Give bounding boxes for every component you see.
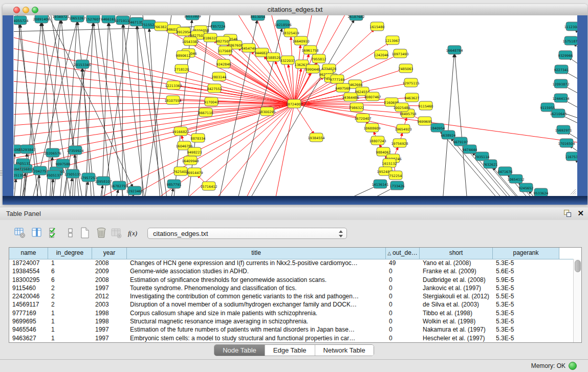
graph-node[interactable]: 3175685: [218, 46, 233, 55]
table-settings-icon[interactable]: [14, 226, 26, 239]
table-cell[interactable]: Corpus callosum shape and size in male p…: [127, 309, 386, 317]
graph-node[interactable]: 7485063: [399, 64, 413, 73]
table-cell[interactable]: 18724007: [9, 259, 48, 267]
graph-node[interactable]: 6679197: [453, 137, 468, 146]
graph-node[interactable]: 12923468: [126, 186, 143, 195]
memory-status-indicator[interactable]: [569, 362, 577, 370]
graph-node[interactable]: 1213967: [385, 36, 400, 45]
table-selector-dropdown[interactable]: citations_edges.txt: [147, 228, 347, 239]
graph-node[interactable]: 8322037: [280, 56, 295, 64]
tab-network-table[interactable]: Network Table: [315, 345, 374, 356]
graph-node[interactable]: 9245652: [519, 183, 534, 192]
graph-node[interactable]: 10543382: [182, 37, 199, 46]
graph-node[interactable]: 9533624: [534, 188, 549, 196]
graph-node[interactable]: 10654112: [507, 174, 524, 183]
graph-edge[interactable]: [14, 58, 294, 104]
graph-node[interactable]: 16409948: [182, 156, 199, 165]
graph-node[interactable]: 8990448: [306, 64, 320, 73]
table-cell[interactable]: 49: [386, 259, 420, 267]
graph-node[interactable]: 6466161: [101, 15, 116, 23]
graph-node[interactable]: 7632621: [483, 160, 498, 168]
table-cell[interactable]: 1998: [92, 317, 127, 325]
table-cell[interactable]: 9463627: [9, 334, 48, 342]
graph-node[interactable]: 18724007: [286, 99, 302, 108]
table-cell[interactable]: 1: [48, 259, 92, 267]
table-cell[interactable]: 0: [386, 309, 420, 317]
graph-node[interactable]: 14136141: [372, 180, 388, 188]
table-cell[interactable]: 0: [386, 317, 420, 325]
graph-node[interactable]: 752254: [389, 171, 402, 180]
table-cell[interactable]: 5.3E-5: [493, 309, 559, 317]
graph-node[interactable]: 10025488: [393, 103, 410, 112]
graph-node[interactable]: 10958107: [95, 177, 112, 185]
table-cell[interactable]: Changes of HCN gene expression and I(f) …: [127, 259, 386, 267]
graph-edge[interactable]: [14, 104, 294, 171]
function-builder-icon[interactable]: f(x): [127, 226, 139, 239]
graph-node[interactable]: 18300295: [258, 107, 275, 116]
graph-node[interactable]: 16210645: [550, 109, 567, 118]
table-cell[interactable]: 2003: [92, 300, 127, 309]
graph-node[interactable]: 9890612: [176, 51, 191, 59]
panel-divider-handle[interactable]: [0, 170, 3, 177]
table-row[interactable]: 911546021997Tourette syndrome. Phenomeno…: [9, 284, 574, 292]
graph-edge[interactable]: [224, 64, 294, 104]
table-cell[interactable]: 2008: [92, 276, 127, 284]
graph-node[interactable]: 10688609: [363, 123, 380, 132]
graph-node[interactable]: 15716412: [200, 182, 217, 190]
graph-node[interactable]: 10973493: [391, 49, 408, 58]
table-cell[interactable]: Estimation of the future numbers of pati…: [127, 325, 386, 334]
graph-node[interactable]: 9463627: [405, 93, 420, 102]
graph-node[interactable]: 24364486: [342, 93, 359, 101]
table-row[interactable]: 1456911722003Disruption of a novel membe…: [9, 300, 574, 309]
graph-node[interactable]: 18107554: [164, 96, 181, 104]
graph-node[interactable]: 6497568: [336, 83, 351, 92]
graph-node[interactable]: 12213363: [165, 81, 182, 90]
graph-node[interactable]: 9505137: [47, 170, 61, 179]
tab-edge-table[interactable]: Edge Table: [265, 345, 315, 356]
table-cell[interactable]: 2: [48, 300, 92, 309]
graph-node[interactable]: 1733426: [390, 181, 405, 190]
graph-node[interactable]: 2935114: [475, 152, 490, 161]
graph-node[interactable]: 16640910: [292, 36, 309, 45]
table-cell[interactable]: 5.3E-5: [493, 259, 559, 267]
table-cell[interactable]: 5.3E-5: [493, 300, 559, 309]
column-header-name[interactable]: name: [9, 248, 48, 259]
table-cell[interactable]: 9777169: [9, 309, 48, 317]
graph-node[interactable]: 19384554: [308, 133, 324, 142]
graph-edge[interactable]: [102, 19, 108, 196]
table-cell[interactable]: 0: [386, 334, 420, 342]
resize-grip-icon[interactable]: [569, 188, 576, 195]
graph-node[interactable]: 9097588: [56, 159, 71, 168]
graph-node[interactable]: 19218596: [274, 20, 291, 29]
table-cell[interactable]: 5.9E-5: [493, 276, 559, 284]
table-cell[interactable]: de Silva et al. (2003): [420, 300, 493, 309]
graph-node[interactable]: 9474444: [463, 145, 477, 154]
table-cell[interactable]: 5.5E-5: [493, 292, 559, 300]
window-titlebar[interactable]: citations_edges.txt: [3, 4, 587, 16]
graph-node[interactable]: 19654923: [395, 124, 411, 133]
table-cell[interactable]: Wolkin et al. (1998): [420, 317, 493, 325]
graph-edge[interactable]: [96, 15, 124, 196]
network-canvas[interactable]: 1405572420891406193497211065326715276076…: [13, 15, 577, 196]
table-cell[interactable]: Yano et al. (2008): [420, 259, 493, 267]
graph-node[interactable]: 16033809: [184, 15, 201, 20]
graph-node[interactable]: 17359924: [67, 146, 83, 155]
graph-node[interactable]: 8454749: [242, 43, 256, 52]
table-cell[interactable]: 0: [386, 325, 420, 334]
table-cell[interactable]: Jankovic et al. (1997): [420, 284, 493, 292]
column-header-pagerank[interactable]: pagerank: [493, 248, 559, 259]
graph-node[interactable]: 9227341: [554, 65, 569, 74]
table-cell[interactable]: 6: [48, 267, 92, 275]
table-cell[interactable]: 0: [386, 276, 420, 284]
graph-node[interactable]: 16720407: [354, 114, 371, 122]
graph-node[interactable]: 8471676: [498, 167, 513, 176]
table-cell[interactable]: Disruption of a novel member of a sodium…: [127, 300, 386, 309]
graph-node[interactable]: 12975115: [402, 78, 419, 87]
table-cell[interactable]: 5.3E-5: [493, 284, 559, 292]
table-cell[interactable]: 2012: [92, 292, 127, 300]
graph-node[interactable]: 10807467: [364, 92, 381, 101]
graph-node[interactable]: 16914479: [186, 168, 203, 177]
graph-edge[interactable]: [294, 104, 316, 138]
table-cell[interactable]: 1998: [92, 309, 127, 317]
graph-node[interactable]: 1588520: [266, 53, 281, 61]
